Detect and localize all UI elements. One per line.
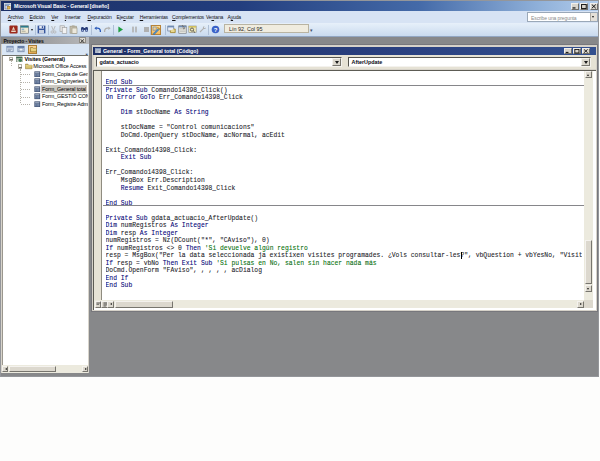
code-minimize-button-glyph [565,49,571,54]
code-vscrollbar[interactable] [584,71,593,301]
code-window-title: General - Form_General total (Código) [103,48,198,54]
close-button[interactable] [590,3,598,10]
menu-ventana[interactable]: Ventana [206,14,223,20]
view-object-button[interactable] [17,45,26,54]
project-panel-close-icon-glyph [80,39,85,43]
menu-ejecutar[interactable]: Ejecutar [117,14,134,20]
help-icon[interactable]: ? [211,25,221,35]
menu-depuracion[interactable]: Depuración [88,14,112,20]
right-arrow-icon [85,368,87,370]
down-arrow-icon [587,288,589,290]
accelerator-underline: c [123,14,125,20]
scroll-right-icon[interactable] [577,301,584,308]
code-hscrollbar[interactable] [94,300,584,308]
tree-item-form-enginyeries-u[interactable]: Form_Enginyeries U [3,78,88,86]
tree-item-form-registre-admi[interactable]: Form_Registre Admi [3,101,88,109]
insert-userform-icon[interactable] [20,25,30,35]
mdi-background: Proyecto - Visites ▾ [1,37,598,377]
vscrollbar-thumb[interactable] [585,240,593,284]
object-combo-dropdown-icon[interactable] [332,58,341,66]
project-icon-glyph [16,56,23,63]
tree-expander-icon[interactable] [18,64,23,69]
menu-archivo[interactable]: Archivo [8,14,24,20]
tree-item-form-general-total[interactable]: Form_General total [3,86,88,94]
scroll-up-icon[interactable] [585,71,593,79]
accelerator-underline: C [172,14,175,20]
maximize-button[interactable] [580,3,588,10]
save-icon[interactable] [37,25,47,35]
undo-icon-glyph [93,25,102,34]
question-dropdown-icon[interactable] [590,13,597,21]
scrollbar-thumb[interactable] [9,366,56,373]
hscrollbar-thumb[interactable] [115,301,174,308]
code-editor[interactable]: End Sub Private Sub Comando14398_Click()… [106,79,582,300]
toggle-folders-button[interactable] [28,45,37,54]
code-pane: End Sub Private Sub Comando14398_Click()… [93,70,596,311]
minimize-button[interactable] [571,3,579,10]
scroll-left-icon[interactable] [107,301,114,308]
insert-userform-icon-glyph [20,25,29,34]
object-browser-icon-glyph [188,25,197,34]
screen: Microsoft Visual Basic - General [diseño… [0,0,600,461]
toolbar-overflow-icon[interactable]: ▾ [310,27,313,33]
tree-item-form-copia-de-gene[interactable]: Form_Copia de Gene [3,71,88,79]
scroll-down-icon[interactable] [585,285,593,293]
paste-icon-glyph [69,25,78,34]
right-arrow-icon [580,303,582,305]
project-explorer-icon[interactable] [167,25,177,35]
code-window-titlebar[interactable]: General - Form_General total (Código) [93,47,596,55]
copy-icon-glyph [59,25,68,34]
event-combo[interactable]: AfterUpdate [348,57,591,67]
code-minimize-button[interactable] [564,48,572,55]
cursor-position-indicator: Lín 92, Col 95 [224,24,309,33]
design-mode-icon[interactable] [151,25,161,35]
view-access-icon[interactable] [9,25,19,35]
paste-icon [69,25,79,35]
minus-glyph [19,67,21,68]
tree-expander-icon[interactable] [9,57,14,62]
scroll-right-icon[interactable] [82,366,88,373]
project-panel-close-icon[interactable] [79,37,86,43]
scrollbar-corner [584,300,593,308]
form-icon-glyph [34,78,41,85]
tree-item-microsoft-office-access[interactable]: Microsoft Office Access [3,63,88,71]
question-box[interactable]: Escribe una pregunta [527,12,598,22]
project-hscrollbar[interactable] [2,365,88,373]
event-combo-value: AfterUpdate [352,59,383,65]
menu-insertar[interactable]: Insertar [65,14,81,20]
toolbar: ? Lín 92, Col 95 ▾ [1,23,598,37]
project-panel-titlebar[interactable]: Proyecto - Visites [1,37,89,44]
tree-item-form-gestio-cont[interactable]: Form_GESTIÓ CONT [3,93,88,101]
object-combo-value: gdata_actuacio [100,59,139,65]
title-bar[interactable]: Microsoft Visual Basic - General [diseño… [1,1,598,12]
code-window: General - Form_General total (Código) gd… [91,44,598,312]
tree-item-visites-general-[interactable]: Visites (General) [3,56,88,64]
find-icon[interactable] [80,25,90,35]
event-combo-dropdown-icon[interactable] [581,58,590,66]
menu-herramientas[interactable]: Herramientas [140,14,168,20]
scroll-left-icon[interactable] [2,366,8,373]
view-access-icon-glyph [9,25,18,34]
form-icon-glyph [34,101,41,108]
toolbar-separator [208,25,209,35]
code-close-button[interactable] [582,48,590,55]
run-icon-glyph [116,25,125,34]
menu-ver[interactable]: Ver [51,14,58,20]
menu-edicion[interactable]: Edición [30,14,45,20]
object-browser-icon[interactable] [188,25,198,35]
properties-window-icon[interactable] [178,25,188,35]
left-arrow-icon [110,303,112,305]
code-maximize-button[interactable] [573,48,581,55]
menu-complementos[interactable]: Complementos [172,14,204,20]
maximize-button-glyph [581,4,587,9]
toolbar-separator [91,25,92,35]
menu-ayuda[interactable]: Ayuda [228,14,241,20]
accelerator-underline: D [88,14,91,20]
object-combo[interactable]: gdata_actuacio [96,57,342,67]
copy-icon [59,25,69,35]
redo-icon-glyph [103,25,112,34]
view-code-button[interactable] [6,45,15,54]
accelerator-underline: y [231,14,233,20]
accelerator-underline: A [8,14,11,20]
run-icon[interactable] [116,25,126,35]
